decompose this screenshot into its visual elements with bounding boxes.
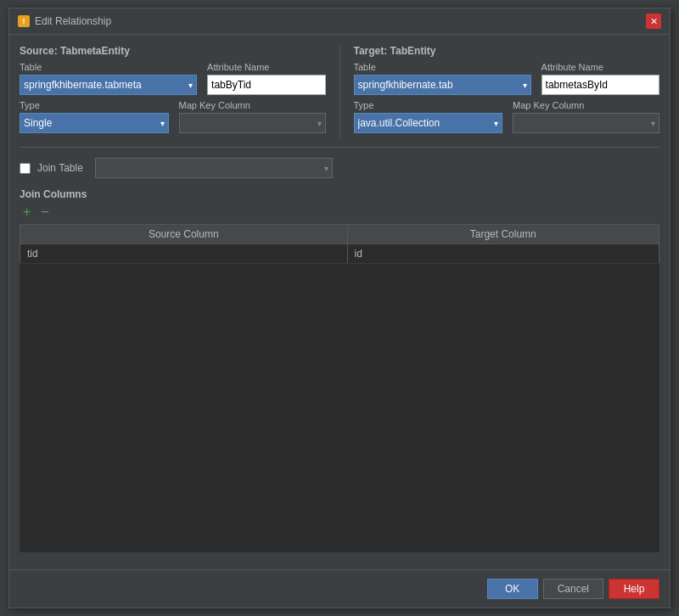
- target-mapkey-label: Map Key Column: [513, 100, 659, 110]
- source-table-select[interactable]: ▾: [20, 75, 197, 95]
- source-type-arrow-icon: ▾: [157, 119, 168, 128]
- target-mapkey-input[interactable]: [513, 114, 648, 132]
- title-bar: ! Edit Relationship ✕: [9, 8, 670, 35]
- target-type-select[interactable]: ▾: [354, 113, 503, 133]
- target-type-label: Type: [354, 100, 503, 110]
- join-columns-section: Join Columns + − Source Column Target Co…: [20, 188, 659, 552]
- source-type-label: Type: [20, 100, 169, 110]
- join-columns-table: Source Column Target Column tidid: [20, 224, 659, 264]
- source-table-input[interactable]: [20, 76, 185, 94]
- target-section: Target: TabEntity Table ▾ Attribute Name: [340, 45, 660, 138]
- source-mapkey-label: Map Key Column: [179, 100, 326, 110]
- source-column-header: Source Column: [20, 225, 348, 244]
- target-type-group: Type ▾: [354, 100, 503, 133]
- source-column-cell: tid: [20, 244, 348, 264]
- source-mapkey-input[interactable]: [180, 114, 314, 132]
- title-bar-left: ! Edit Relationship: [18, 15, 111, 27]
- table-row: tidid: [20, 244, 659, 264]
- source-type-select[interactable]: ▾: [20, 113, 169, 133]
- target-attr-label: Attribute Name: [542, 62, 659, 72]
- source-table-group: Table ▾: [20, 62, 197, 95]
- target-table-group: Table ▾: [354, 62, 531, 95]
- source-table-row: Table ▾ Attribute Name: [20, 62, 326, 95]
- join-columns-toolbar: + −: [20, 204, 659, 221]
- close-button[interactable]: ✕: [646, 14, 661, 29]
- target-column-header: Target Column: [347, 225, 659, 244]
- target-table-row: Table ▾ Attribute Name: [354, 62, 660, 95]
- target-table-input[interactable]: [355, 76, 519, 94]
- join-table-arrow-icon: ▾: [321, 164, 332, 173]
- target-attr-group: Attribute Name: [542, 62, 659, 95]
- source-table-label: Table: [20, 62, 197, 72]
- ok-button[interactable]: OK: [487, 579, 538, 599]
- source-mapkey-select[interactable]: ▾: [179, 113, 326, 133]
- target-type-arrow-icon: ▾: [491, 119, 502, 128]
- dialog-body: Source: TabmetaEntity Table ▾ Attribute …: [9, 35, 670, 569]
- dialog-footer: OK Cancel Help: [9, 569, 670, 608]
- target-mapkey-select[interactable]: ▾: [513, 113, 659, 133]
- join-table-label: Join Table: [37, 162, 88, 174]
- main-form: Source: TabmetaEntity Table ▾ Attribute …: [20, 45, 659, 148]
- dialog-icon: !: [18, 15, 30, 27]
- join-columns-header: Join Columns: [20, 188, 659, 200]
- join-table-input[interactable]: [96, 159, 321, 177]
- target-table-label: Table: [354, 62, 531, 72]
- help-button[interactable]: Help: [609, 579, 659, 599]
- cancel-button[interactable]: Cancel: [543, 579, 603, 599]
- target-table-arrow-icon: ▾: [519, 81, 530, 90]
- target-mapkey-group: Map Key Column ▾: [513, 100, 659, 133]
- remove-column-button[interactable]: −: [37, 204, 52, 221]
- source-type-input[interactable]: [20, 114, 157, 132]
- target-section-header: Target: TabEntity: [354, 45, 660, 57]
- join-table-dropdown[interactable]: ▾: [95, 158, 333, 178]
- join-table-row: Join Table ▾: [20, 154, 659, 182]
- target-type-row: Type ▾ Map Key Column ▾: [354, 100, 660, 133]
- target-mapkey-arrow-icon: ▾: [648, 119, 659, 128]
- source-type-row: Type ▾ Map Key Column ▾: [20, 100, 326, 133]
- source-section-header: Source: TabmetaEntity: [20, 45, 326, 57]
- target-table-select[interactable]: ▾: [354, 75, 531, 95]
- target-attr-input[interactable]: [542, 75, 659, 95]
- join-table-checkbox[interactable]: [20, 163, 31, 174]
- add-column-button[interactable]: +: [20, 204, 34, 221]
- target-type-input[interactable]: [355, 114, 491, 132]
- source-mapkey-arrow-icon: ▾: [314, 119, 325, 128]
- source-type-group: Type ▾: [20, 100, 169, 133]
- source-mapkey-group: Map Key Column ▾: [179, 100, 326, 133]
- dialog-title: Edit Relationship: [35, 15, 111, 27]
- join-columns-empty-area: [20, 264, 659, 552]
- edit-relationship-dialog: ! Edit Relationship ✕ Source: TabmetaEnt…: [8, 8, 671, 608]
- source-attr-label: Attribute Name: [207, 62, 325, 72]
- source-section: Source: TabmetaEntity Table ▾ Attribute …: [20, 45, 340, 138]
- target-column-cell: id: [347, 244, 659, 264]
- source-attr-input[interactable]: [207, 75, 325, 95]
- source-attr-group: Attribute Name: [207, 62, 325, 95]
- source-table-arrow-icon: ▾: [185, 81, 196, 90]
